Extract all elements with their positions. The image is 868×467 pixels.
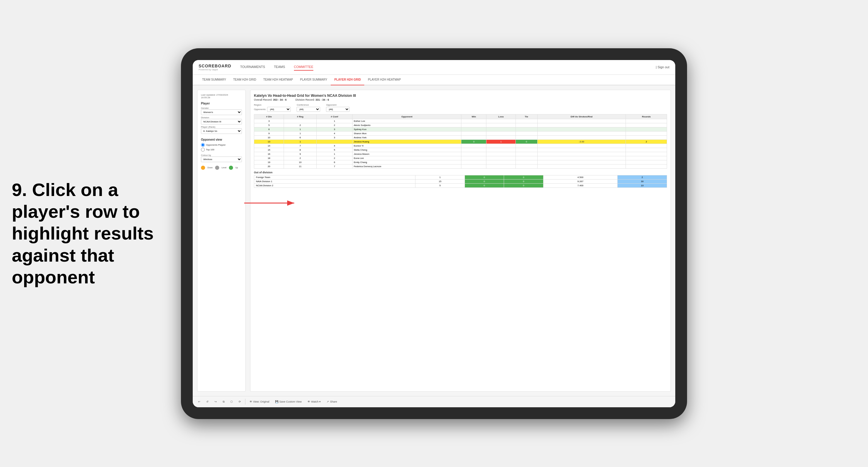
- out-of-division-table: Foreign Team1004.5002NAIA Division 11500…: [254, 175, 667, 188]
- col-div: # Div: [254, 114, 284, 119]
- radio-opponents-played[interactable]: Opponents Played: [201, 143, 242, 147]
- col-tie: Tie: [516, 114, 537, 119]
- col-conf: # Conf: [317, 114, 352, 119]
- logo: SCOREBOARD Powered by clippd: [198, 64, 231, 71]
- refresh-btn[interactable]: ⟳: [237, 399, 243, 404]
- redo-btn[interactable]: ↺: [205, 399, 210, 404]
- last-updated: Last Updated: 27/03/2024 16:55:28: [201, 94, 242, 99]
- table-row[interactable]: 19106Emily Chang: [254, 160, 667, 164]
- out-of-division-title: Out of division: [254, 171, 667, 174]
- filters-row: Region Opponents: (All) Conference (All): [254, 103, 667, 112]
- table-row[interactable]: 522Alexis Sudjianto: [254, 123, 667, 127]
- forward-btn[interactable]: ↪: [213, 399, 219, 404]
- table-row[interactable]: 613Sydney Kuo: [254, 127, 667, 131]
- tablet-screen: SCOREBOARD Powered by clippd TOURNAMENTS…: [193, 60, 675, 407]
- col-loss: Loss: [486, 114, 516, 119]
- level-dot: [215, 166, 219, 170]
- opponent-select[interactable]: (All): [326, 107, 349, 112]
- view-original-btn[interactable]: 👁 View: Original: [248, 399, 271, 404]
- sub-nav: TEAM SUMMARY TEAM H2H GRID TEAM H2H HEAT…: [193, 75, 675, 85]
- logo-title: SCOREBOARD: [198, 64, 231, 68]
- col-reg: # Reg: [284, 114, 317, 119]
- gender-select[interactable]: Women's: [201, 110, 242, 115]
- tab-team-h2h-heatmap[interactable]: TEAM H2H HEATMAP: [260, 75, 297, 85]
- save-custom-view-btn[interactable]: 💾 Save Custom View: [273, 399, 303, 404]
- logo-sub: Powered by clippd: [198, 68, 231, 71]
- copy-btn[interactable]: ⧉: [221, 399, 226, 404]
- save-icon: 💾: [275, 400, 278, 403]
- paste-btn[interactable]: ⬡: [228, 399, 235, 404]
- out-row: Foreign Team1004.5002: [254, 175, 667, 179]
- records-row: Overall Record: 353 - 34 - 6 Division Re…: [254, 98, 667, 101]
- region-filter: Region Opponents: (All): [254, 103, 291, 112]
- tab-team-h2h-grid[interactable]: TEAM H2H GRID: [230, 75, 260, 85]
- table-row[interactable]: 1822Euna Lee: [254, 156, 667, 160]
- toolbar-sep: [245, 399, 245, 405]
- tab-player-h2h-grid[interactable]: PLAYER H2H GRID: [331, 75, 364, 85]
- radio-top100[interactable]: Top 100: [201, 148, 242, 152]
- nav-links: TOURNAMENTS TEAMS COMMITTEE: [240, 64, 313, 71]
- table-row[interactable]: 1585Stella Cheng: [254, 148, 667, 152]
- opponent-filter: Opponent (All): [326, 103, 349, 112]
- opponents-select[interactable]: (All): [267, 107, 291, 112]
- tab-player-h2h-heatmap[interactable]: PLAYER H2H HEATMAP: [364, 75, 404, 85]
- tablet-frame: SCOREBOARD Powered by clippd TOURNAMENTS…: [181, 48, 687, 419]
- watch-btn[interactable]: 👁 Watch ▾: [306, 399, 322, 404]
- table-row[interactable]: 20117Federica Domecq Lacroze: [254, 164, 667, 168]
- col-rounds: Rounds: [626, 114, 667, 119]
- out-row: NCAA Division 25007.40010: [254, 183, 667, 187]
- tab-player-summary[interactable]: PLAYER SUMMARY: [297, 75, 331, 85]
- up-label: Up: [236, 166, 238, 168]
- col-opponent: Opponent: [352, 114, 461, 119]
- right-panel: Katelyn Vo Head-to-Head Grid for Women's…: [250, 90, 671, 392]
- nav-tournaments[interactable]: TOURNAMENTS: [240, 64, 265, 71]
- table-row[interactable]: 1474Eunice Yi: [254, 144, 667, 148]
- color-legend: Down Level Up: [201, 166, 242, 170]
- undo-btn[interactable]: ↩: [196, 399, 202, 404]
- col-diff: Diff Av Strokes/Rnd: [537, 114, 626, 119]
- player-rank-select[interactable]: 8. Katelyn Vo: [201, 128, 242, 134]
- colour-by-label: Colour by: [201, 154, 242, 157]
- down-label: Down: [208, 166, 213, 168]
- left-panel: Last Updated: 27/03/2024 16:55:28 Player…: [197, 90, 246, 392]
- table-row[interactable]: 1691Jessica Mason: [254, 152, 667, 156]
- eye-icon: 👁: [249, 400, 252, 403]
- out-row: NAIA Division 115009.26730: [254, 179, 667, 183]
- down-dot: [201, 166, 205, 170]
- bottom-toolbar: ↩ ↺ ↪ ⧉ ⬡ ⟳ 👁 View: Original 💾 Save Cust…: [193, 396, 675, 407]
- gender-label: Gender: [201, 107, 242, 110]
- table-row[interactable]: 1063Andrea York: [254, 135, 667, 139]
- share-btn[interactable]: ↗ Share: [325, 399, 339, 404]
- chart-title: Katelyn Vo Head-to-Head Grid for Women's…: [254, 94, 667, 98]
- tab-team-summary[interactable]: TEAM SUMMARY: [198, 75, 230, 85]
- table-row[interactable]: 131Jessica Huang010-3.002: [254, 139, 667, 144]
- conference-filter: Conference (All): [297, 103, 320, 112]
- table-row[interactable]: 31Esther Lee: [254, 119, 667, 123]
- opponent-view-title: Opponent view: [201, 138, 242, 141]
- watch-icon: 👁: [308, 400, 310, 403]
- col-win: Win: [461, 114, 486, 119]
- overall-record: Overall Record: 353 - 34 - 6: [254, 98, 287, 101]
- annotation-text: 9. Click on a player's row to highlight …: [0, 179, 165, 288]
- share-icon: ↗: [327, 400, 329, 403]
- up-dot: [229, 166, 233, 170]
- nav-bar: SCOREBOARD Powered by clippd TOURNAMENTS…: [193, 60, 675, 75]
- nav-committee[interactable]: COMMITTEE: [294, 64, 313, 71]
- nav-right: | Sign out: [656, 65, 670, 69]
- division-select[interactable]: NCAA Division III: [201, 119, 242, 124]
- sign-out-link[interactable]: Sign out: [658, 65, 670, 69]
- conference-select[interactable]: (All): [297, 107, 320, 112]
- main-content: Last Updated: 27/03/2024 16:55:28 Player…: [193, 85, 675, 396]
- radio-group: Opponents Played Top 100: [201, 143, 242, 152]
- player-rank-label: Player (Rank): [201, 126, 242, 128]
- colour-by-select[interactable]: Win/loss: [201, 157, 242, 162]
- division-label: Division: [201, 116, 242, 119]
- table-row[interactable]: 914Sharon Mun: [254, 131, 667, 135]
- player-section-title: Player: [201, 102, 242, 105]
- nav-teams[interactable]: TEAMS: [274, 64, 285, 71]
- h2h-grid-table: # Div # Reg # Conf Opponent Win Loss Tie…: [254, 114, 667, 168]
- level-label: Level: [222, 166, 226, 168]
- division-record: Division Record: 331 - 34 - 6: [296, 98, 329, 101]
